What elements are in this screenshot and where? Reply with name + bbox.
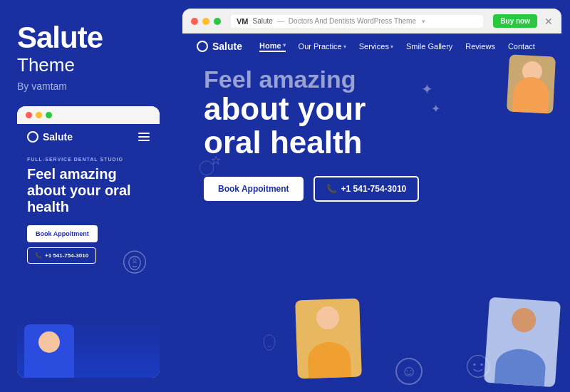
browser-dot-red <box>191 18 198 25</box>
mobile-person-shape <box>24 324 74 378</box>
website-nav-links: Home ▾ Our Practice ▾ Services ▾ Smile G… <box>259 41 547 52</box>
browser-dot-yellow <box>202 18 209 25</box>
portrait-photo-right <box>484 297 561 388</box>
hero-line3: oral health <box>204 126 540 159</box>
website-hero-section: ✦ Feel amazing about your oral health Bo… <box>182 59 561 392</box>
mobile-logo-text: Salute <box>43 131 73 143</box>
website-globe-icon <box>197 41 208 52</box>
browser-titlebar: VM Salute — Doctors And Dentists WordPre… <box>182 9 561 33</box>
browser-addressbar[interactable]: VM Salute — Doctors And Dentists WordPre… <box>231 15 483 28</box>
portrait-body-2 <box>307 341 351 378</box>
nav-arrow-home: ▾ <box>283 42 286 48</box>
tooth-decoration-icon <box>120 248 150 278</box>
mobile-person-face <box>38 331 60 353</box>
hero-line1: Feel amazing <box>204 66 540 93</box>
hamburger-icon[interactable] <box>138 133 150 141</box>
svg-point-1 <box>133 259 136 262</box>
theme-title: Salute <box>17 23 160 53</box>
mobile-titlebar <box>17 106 160 124</box>
mobile-book-button[interactable]: Book Appoitment <box>27 225 98 242</box>
vm-logo: VM <box>237 17 249 26</box>
buy-now-button[interactable]: Buy now <box>493 14 537 28</box>
hero-about-your: about your <box>204 93 540 125</box>
website-nav: Salute Home ▾ Our Practice ▾ Services ▾ … <box>182 33 561 59</box>
dot-red <box>26 112 32 118</box>
theme-subtitle: Theme <box>17 54 160 76</box>
nav-arrow-services: ▾ <box>390 43 393 50</box>
website-content: Salute Home ▾ Our Practice ▾ Services ▾ … <box>182 33 561 392</box>
hero-cta-buttons: Book Appoitment 📞 +1 541-754-3010 <box>204 176 540 202</box>
browser-dot-green <box>214 18 221 25</box>
svg-point-4 <box>473 363 475 366</box>
close-button[interactable]: ✕ <box>544 16 553 27</box>
nav-arrow-practice: ▾ <box>343 43 346 50</box>
right-panel-browser: VM Salute — Doctors And Dentists WordPre… <box>182 9 561 392</box>
mobile-hero: FULL-SERVICE DENTAL STUDIO Feel amazing … <box>17 150 160 321</box>
nav-link-home[interactable]: Home ▾ <box>259 41 286 52</box>
address-separator: — <box>277 17 284 25</box>
portrait-face-3 <box>511 307 537 333</box>
portrait-face-2 <box>316 306 339 329</box>
portrait-body-3 <box>494 348 546 387</box>
mobile-nav: Salute <box>17 124 160 150</box>
mobile-nav-logo: Salute <box>27 131 73 143</box>
theme-description-address: Doctors And Dentists WordPress Theme <box>289 17 416 25</box>
theme-author: By vamtam <box>17 81 160 92</box>
left-panel: Salute Theme By vamtam Salute <box>0 0 177 392</box>
smile-face-decoration <box>395 358 423 385</box>
mobile-preview-card: Salute FULL-SERVICE DENTAL STUDIO Feel a… <box>17 106 160 378</box>
hero-headline-block: Feel amazing about your oral health <box>204 66 540 159</box>
chevron-down-icon: ▾ <box>422 18 425 25</box>
globe-icon <box>27 131 38 143</box>
portrait-photo-top <box>507 54 556 113</box>
website-logo: Salute <box>197 41 242 52</box>
nav-link-contact[interactable]: Contact <box>508 42 535 51</box>
tooth-decoration-bottom <box>261 334 278 356</box>
star-decoration-2: ✦ <box>431 102 440 115</box>
desktop-phone-button[interactable]: 📞 +1 541-754-3010 <box>314 176 420 202</box>
mobile-website-content: Salute FULL-SERVICE DENTAL STUDIO Feel a… <box>17 124 160 378</box>
portrait-photo-mid <box>295 298 362 378</box>
dot-green <box>46 112 52 118</box>
portrait-body-1 <box>512 76 549 114</box>
nav-link-services[interactable]: Services ▾ <box>359 42 393 51</box>
star-decoration-1: ✦ <box>421 81 433 98</box>
mobile-studio-label: FULL-SERVICE DENTAL STUDIO <box>27 157 150 162</box>
mobile-phone-button[interactable]: 📞 +1 541-754-3010 <box>27 247 96 264</box>
desktop-book-button[interactable]: Book Appoitment <box>204 177 304 201</box>
svg-point-5 <box>480 363 482 366</box>
dot-yellow <box>36 112 42 118</box>
mobile-bottom-image <box>17 321 160 378</box>
smiley-face-bottom <box>466 354 490 381</box>
mobile-hero-headline: Feel amazing about your oral health <box>27 166 150 215</box>
phone-icon: 📞 <box>35 252 42 259</box>
svg-point-3 <box>467 356 489 378</box>
site-name-address: Salute <box>253 17 273 25</box>
sparkle-decoration <box>207 152 224 172</box>
nav-link-our-practice[interactable]: Our Practice ▾ <box>299 42 346 51</box>
nav-link-smile-gallery[interactable]: Smile Gallery <box>406 42 452 51</box>
nav-link-reviews[interactable]: Reviews <box>465 42 495 51</box>
phone-desktop-icon: 📞 <box>326 184 337 194</box>
